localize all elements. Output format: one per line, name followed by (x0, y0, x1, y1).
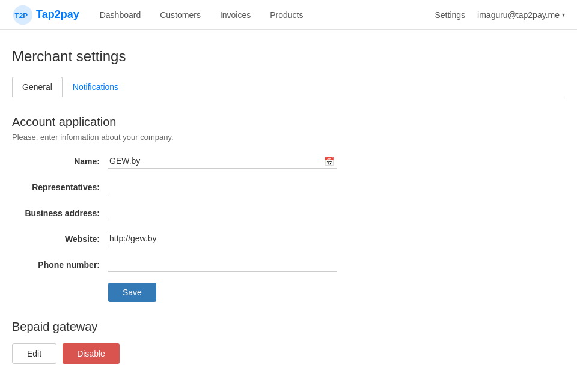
label-name: Name: (12, 157, 108, 166)
section-title-account: Account application (12, 115, 565, 129)
label-business-address: Business address: (12, 208, 108, 218)
caret-down-icon: ▾ (562, 11, 565, 18)
nav-settings[interactable]: Settings (435, 10, 465, 20)
gateway-section: Bepaid gateway Edit Disable (12, 320, 565, 364)
tabs: General Notifications (12, 77, 565, 97)
account-application-section: Account application Please, enter inform… (12, 115, 565, 302)
save-row: Save (12, 283, 565, 302)
input-name[interactable] (108, 154, 337, 169)
nav-user-menu[interactable]: imaguru@tap2pay.me ▾ (477, 10, 565, 20)
nav-products[interactable]: Products (267, 10, 305, 20)
input-wrapper-website (108, 231, 337, 246)
label-representatives: Representatives: (12, 182, 108, 192)
user-email: imaguru@tap2pay.me (477, 10, 560, 20)
input-wrapper-phone-number (108, 257, 337, 272)
section-subtitle-account: Please, enter information about your com… (12, 133, 565, 142)
field-business-address: Business address: (12, 205, 565, 220)
tab-notifications[interactable]: Notifications (63, 77, 129, 97)
gateway-buttons: Edit Disable (12, 343, 565, 364)
field-phone-number: Phone number: (12, 257, 565, 272)
nav-dashboard[interactable]: Dashboard (97, 10, 144, 20)
tab-general[interactable]: General (12, 77, 63, 97)
brand-name: Tap2pay (36, 8, 79, 21)
input-representatives[interactable] (108, 179, 337, 194)
save-button[interactable]: Save (108, 283, 156, 302)
label-phone-number: Phone number: (12, 260, 108, 270)
input-phone-number[interactable] (108, 257, 337, 272)
field-representatives: Representatives: (12, 179, 565, 194)
input-business-address[interactable] (108, 205, 337, 220)
main-content: Merchant settings General Notifications … (0, 30, 577, 382)
field-name: Name: 📅 (12, 154, 565, 169)
gateway-title: Bepaid gateway (12, 320, 565, 334)
edit-button[interactable]: Edit (12, 343, 56, 364)
navbar: T2P Tap2pay Dashboard Customers Invoices… (0, 0, 577, 30)
nav-customers[interactable]: Customers (157, 10, 203, 20)
nav-right: Settings imaguru@tap2pay.me ▾ (435, 10, 565, 20)
disable-button[interactable]: Disable (63, 343, 120, 364)
brand-logo[interactable]: T2P Tap2pay (12, 4, 79, 26)
label-website: Website: (12, 234, 108, 244)
calendar-icon: 📅 (324, 157, 334, 166)
nav-links: Dashboard Customers Invoices Products (97, 10, 435, 20)
field-website: Website: (12, 231, 565, 246)
input-website[interactable] (108, 231, 337, 246)
input-wrapper-representatives (108, 179, 337, 194)
page-title: Merchant settings (12, 48, 565, 65)
svg-text:T2P: T2P (15, 11, 28, 19)
input-wrapper-business-address (108, 205, 337, 220)
nav-invoices[interactable]: Invoices (218, 10, 253, 20)
input-wrapper-name: 📅 (108, 154, 337, 169)
